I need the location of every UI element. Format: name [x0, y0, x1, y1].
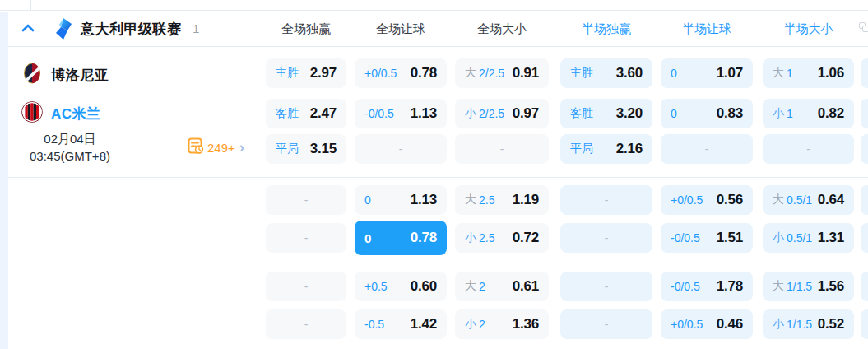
odds-label: 0	[671, 107, 677, 120]
odds-cell[interactable]: 01.13	[355, 185, 447, 215]
odds-cell-empty[interactable]: -	[560, 309, 652, 339]
clipped-odds-cell	[861, 185, 868, 215]
odds-cell[interactable]: 00.78	[355, 221, 447, 255]
odds-cell[interactable]: 小2/2.50.97	[455, 99, 549, 128]
odds-value: 1.07	[717, 65, 743, 81]
odds-line: 0	[671, 107, 677, 120]
home-team-row[interactable]: 博洛尼亚	[21, 63, 109, 87]
odds-cell-empty[interactable]: -	[560, 223, 652, 253]
odds-label: 小2	[465, 317, 485, 332]
odds-cell[interactable]: 小21.36	[455, 309, 549, 339]
odds-label: 小1/1.5	[773, 317, 812, 332]
clipped-column-icon	[859, 22, 868, 34]
odds-cell[interactable]: -0/0.51.51	[661, 223, 753, 253]
league-header: 意大利甲级联赛 1 全场独赢 全场让球 全场大小 半场独赢 半场让球 半场大小	[0, 11, 868, 47]
odds-cell[interactable]: +0/0.50.46	[661, 309, 753, 339]
more-markets-link[interactable]: 249+ ›	[188, 137, 244, 157]
column-header-half-totals: 半场大小	[763, 21, 854, 37]
away-team-name: AC米兰	[51, 105, 101, 123]
odds-value: 0.82	[818, 105, 844, 122]
odds-dash: -	[276, 318, 337, 331]
section-divider	[8, 177, 868, 178]
odds-cell-empty[interactable]: -	[355, 134, 447, 164]
odds-value: 0.64	[818, 192, 844, 208]
over-under-prefix: 小	[773, 317, 784, 332]
odds-label: 大2	[465, 279, 485, 294]
odds-cell[interactable]: 小2.50.72	[455, 223, 549, 253]
odds-line: +0/0.5	[364, 67, 397, 80]
clipped-odds-cell	[861, 99, 868, 128]
odds-label: 小2/2.5	[465, 106, 504, 121]
over-under-prefix: 大	[773, 66, 784, 81]
odds-label: 平局	[570, 142, 593, 156]
over-under-prefix: 大	[773, 279, 784, 294]
over-under-prefix: 小	[465, 317, 476, 332]
odds-line: -0/0.5	[671, 280, 700, 293]
clipped-odds-cell	[861, 309, 868, 339]
away-team-logo-icon	[21, 101, 43, 126]
odds-dash: -	[671, 142, 743, 156]
odds-cell-empty[interactable]: -	[455, 134, 549, 164]
odds-value: 1.13	[411, 192, 437, 208]
over-under-prefix: 大	[773, 193, 784, 207]
odds-cell[interactable]: 小10.82	[763, 99, 854, 128]
odds-label: -0/0.5	[671, 280, 700, 293]
odds-cell-empty[interactable]: -	[266, 223, 346, 253]
odds-line: -0/0.5	[671, 231, 700, 244]
odds-cell[interactable]: 00.83	[661, 99, 753, 128]
odds-cell-empty[interactable]: -	[661, 134, 753, 164]
odds-value: 1.36	[513, 316, 539, 333]
odds-cell[interactable]: 小0.5/11.31	[763, 223, 854, 253]
odds-label: 小1	[773, 106, 793, 121]
odds-cell-empty[interactable]: -	[266, 272, 346, 301]
odds-cell-empty[interactable]: -	[763, 134, 854, 164]
odds-cell[interactable]: 主胜2.97	[266, 58, 346, 88]
odds-cell[interactable]: 大11.06	[763, 58, 854, 88]
odds-cell[interactable]: -0/0.51.13	[355, 99, 447, 128]
odds-cell[interactable]: +0/0.50.78	[355, 58, 447, 88]
odds-line: 主胜	[276, 66, 299, 81]
odds-value: 1.19	[513, 192, 539, 208]
collapse-chevron-up-icon[interactable]	[20, 21, 36, 36]
odds-label: -0/0.5	[364, 107, 394, 120]
odds-line: 1	[787, 107, 793, 120]
odds-line: 0.5/1	[787, 193, 812, 207]
odds-cell[interactable]: 客胜2.47	[266, 99, 346, 128]
odds-cell-empty[interactable]: -	[266, 185, 346, 215]
odds-value: 0.91	[513, 65, 539, 81]
column-header-half-1x2: 半场独赢	[560, 21, 652, 37]
odds-cell[interactable]: 主胜3.60	[560, 58, 652, 88]
odds-cell[interactable]: 大20.61	[455, 272, 549, 301]
home-team-logo-icon	[21, 63, 43, 87]
odds-cell[interactable]: 大2/2.50.91	[455, 58, 549, 88]
odds-cell-empty[interactable]: -	[560, 272, 652, 301]
odds-cell[interactable]: 大1/1.51.56	[763, 272, 854, 301]
match-time: 03:45(GMT+8)	[16, 147, 123, 165]
odds-cell-empty[interactable]: -	[560, 185, 652, 215]
odds-cell[interactable]: 平局2.16	[560, 134, 652, 164]
odds-value: 0.56	[717, 192, 743, 208]
odds-line: 0	[364, 193, 371, 207]
away-team-row[interactable]: AC米兰	[21, 101, 101, 126]
odds-value: 0.52	[818, 316, 844, 333]
odds-cell[interactable]: +0/0.50.56	[661, 185, 753, 215]
odds-label: 0	[364, 193, 371, 207]
odds-cell[interactable]: 大0.5/10.64	[763, 185, 854, 215]
odds-cell[interactable]: +0.50.60	[355, 272, 447, 301]
odds-cell[interactable]: 小1/1.50.52	[763, 309, 854, 339]
odds-line: 1/1.5	[787, 318, 812, 331]
odds-cell[interactable]: -0/0.51.78	[661, 272, 753, 301]
odds-panel: 意大利甲级联赛 1 全场独赢 全场让球 全场大小 半场独赢 半场让球 半场大小 …	[0, 0, 868, 349]
chevron-right-icon: ›	[239, 141, 244, 154]
odds-line: 2	[479, 280, 485, 293]
odds-cell[interactable]: 客胜3.20	[560, 99, 652, 128]
odds-line: 主胜	[570, 66, 593, 81]
odds-cell[interactable]: 01.07	[661, 58, 753, 88]
column-header-full-1x2: 全场独赢	[266, 21, 346, 37]
match-date: 02月04日	[16, 130, 123, 147]
odds-cell[interactable]: 大2.51.19	[455, 185, 549, 215]
odds-cell[interactable]: 平局3.15	[266, 134, 346, 164]
odds-label: -0/0.5	[671, 231, 700, 244]
odds-cell[interactable]: -0.51.42	[355, 309, 447, 339]
odds-cell-empty[interactable]: -	[266, 309, 346, 339]
